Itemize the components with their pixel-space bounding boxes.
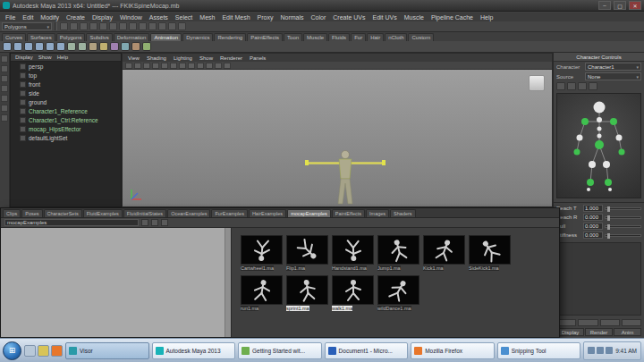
visor-tab[interactable]: FluidInitialStates: [123, 209, 166, 217]
scale-tool-icon[interactable]: [1, 105, 8, 112]
undo-icon[interactable]: [89, 22, 97, 30]
menu-item[interactable]: Display: [89, 14, 116, 21]
new-scene-icon[interactable]: [60, 22, 68, 30]
attribute-value-field[interactable]: 0.000: [583, 214, 603, 221]
taskbar-window-button[interactable]: Autodesk Maya 2013: [152, 342, 236, 359]
attribute-slider[interactable]: [605, 207, 641, 210]
taskbar-window-button[interactable]: Getting Started wit...: [238, 342, 322, 359]
network-icon[interactable]: [597, 347, 604, 354]
visor-tab[interactable]: Shaders: [390, 209, 416, 217]
last-tool-icon[interactable]: [1, 114, 8, 122]
taskbar-clock[interactable]: 9:41 AM: [615, 348, 637, 354]
visor-tab[interactable]: Poses: [21, 209, 42, 217]
snap-to-view-plane-icon[interactable]: [139, 22, 147, 30]
layer-editor-tab[interactable]: Display: [556, 328, 584, 336]
maximize-button[interactable]: ▢: [614, 1, 626, 10]
show-desktop-icon[interactable]: [24, 345, 36, 357]
minimize-button[interactable]: –: [598, 1, 611, 10]
combine-icon[interactable]: [121, 42, 130, 51]
poly-sphere-icon[interactable]: [3, 42, 12, 51]
attribute-slider[interactable]: [605, 216, 641, 219]
outliner-item[interactable]: Character1_Ctrl:Reference: [11, 115, 121, 124]
visor-tab[interactable]: Images: [366, 209, 389, 217]
taskbar-window-button[interactable]: Visor: [65, 342, 149, 359]
outliner-item[interactable]: side: [11, 88, 121, 97]
shelf-tab[interactable]: Polygons: [56, 33, 86, 41]
attribute-slider[interactable]: [605, 225, 641, 228]
shelf-tab[interactable]: PaintEffects: [247, 33, 283, 41]
visor-refresh-icon[interactable]: [141, 219, 148, 226]
grease-pencil-icon[interactable]: [179, 63, 186, 69]
layer-editor-tab[interactable]: Anim: [614, 328, 641, 336]
body-part-selector[interactable]: [556, 93, 641, 198]
menu-item[interactable]: Help: [477, 14, 496, 21]
layer-list[interactable]: [556, 242, 641, 316]
poly-plane-icon[interactable]: [46, 42, 55, 51]
boolean-union-icon[interactable]: [110, 42, 119, 51]
shelf-tab[interactable]: Deformation: [114, 33, 150, 41]
bevel-icon[interactable]: [142, 42, 151, 51]
bookmark-icon[interactable]: [152, 63, 159, 69]
2d-pan-zoom-icon[interactable]: [170, 63, 177, 69]
shelf-tab[interactable]: Muscle: [303, 33, 327, 41]
viewport-menu-item[interactable]: Show: [197, 55, 216, 61]
shelf-tab[interactable]: Curves: [2, 33, 26, 41]
source-dropdown[interactable]: None: [585, 72, 641, 80]
visor-tab[interactable]: Clips: [3, 209, 21, 217]
visor-folder-tree[interactable]: [1, 228, 232, 337]
taskbar-window-button[interactable]: Snipping Tool: [497, 342, 580, 359]
shelf-tab[interactable]: Fluids: [328, 33, 350, 41]
move-layer-up-icon[interactable]: [600, 319, 620, 326]
image-plane-icon[interactable]: [161, 63, 168, 69]
menu-item[interactable]: Select: [172, 14, 196, 21]
layer-editor-tab[interactable]: Render: [585, 328, 613, 336]
gate-mask-icon[interactable]: [215, 63, 222, 69]
resolution-gate-icon[interactable]: [206, 63, 213, 69]
redo-icon[interactable]: [99, 22, 107, 30]
attribute-value-field[interactable]: 0.000: [583, 223, 603, 230]
outliner-item[interactable]: defaultLightSet: [11, 133, 121, 142]
shelf-tab[interactable]: Surfaces: [27, 33, 55, 41]
viewport-menu-item[interactable]: Panels: [247, 55, 268, 61]
taskbar-window-button[interactable]: Document1 - Micro...: [325, 342, 409, 359]
taskbar-window-button[interactable]: Mozilla Firefox: [411, 342, 495, 359]
action-center-icon[interactable]: [606, 347, 613, 354]
lock-camera-icon[interactable]: [134, 63, 141, 69]
menu-item[interactable]: Create: [63, 14, 89, 21]
menu-item[interactable]: Normals: [276, 14, 307, 21]
visor-tab[interactable]: FluidExamples: [83, 209, 123, 217]
visor-tab[interactable]: mocapExamples: [287, 209, 331, 217]
visor-tab[interactable]: CharacterSets: [44, 209, 82, 217]
Handstand1.ma[interactable]: Handstand1.ma: [332, 235, 374, 272]
viewport-menu-item[interactable]: Lighting: [171, 55, 195, 61]
menu-item[interactable]: Edit: [19, 14, 37, 21]
visor-path-field[interactable]: mocapExamples: [4, 219, 139, 226]
shelf-tab[interactable]: Subdivs: [86, 33, 112, 41]
hik-controls-tab-icon[interactable]: [578, 82, 587, 90]
ipr-render-icon[interactable]: [168, 22, 176, 30]
menu-item[interactable]: Pipeline Cache: [428, 14, 477, 21]
close-button[interactable]: ✕: [629, 1, 641, 10]
camera-attributes-icon[interactable]: [143, 63, 150, 69]
shelf-tab[interactable]: nCloth: [385, 33, 407, 41]
shelf-tab[interactable]: Animation: [150, 33, 182, 41]
extrude-icon[interactable]: [131, 42, 140, 51]
visor-list-view-icon[interactable]: [161, 219, 168, 226]
walk1.ma[interactable]: walk1.ma: [332, 275, 374, 312]
viewport-menu-item[interactable]: Shading: [144, 55, 169, 61]
visor-tab[interactable]: PaintEffects: [332, 209, 365, 217]
lasso-tool-icon[interactable]: [1, 65, 8, 72]
character-mesh[interactable]: [305, 148, 386, 206]
outliner-menu-item[interactable]: Show: [37, 55, 54, 60]
shelf-tab[interactable]: Hair: [367, 33, 384, 41]
humanik-skeleton-diagram[interactable]: [559, 95, 640, 197]
outliner-item[interactable]: persp: [11, 62, 121, 71]
menuset-dropdown[interactable]: Polygons: [2, 22, 52, 30]
render-current-frame-icon[interactable]: [158, 22, 166, 30]
menu-item[interactable]: Edit Mesh: [218, 14, 253, 21]
poly-cylinder-icon[interactable]: [24, 42, 33, 51]
poly-pipe-icon[interactable]: [78, 42, 87, 51]
menu-item[interactable]: Create UVs: [329, 14, 369, 21]
wildDance1.ma[interactable]: wildDance1.ma: [377, 275, 419, 312]
outliner-item[interactable]: mocap_HipsEffector: [11, 124, 121, 133]
